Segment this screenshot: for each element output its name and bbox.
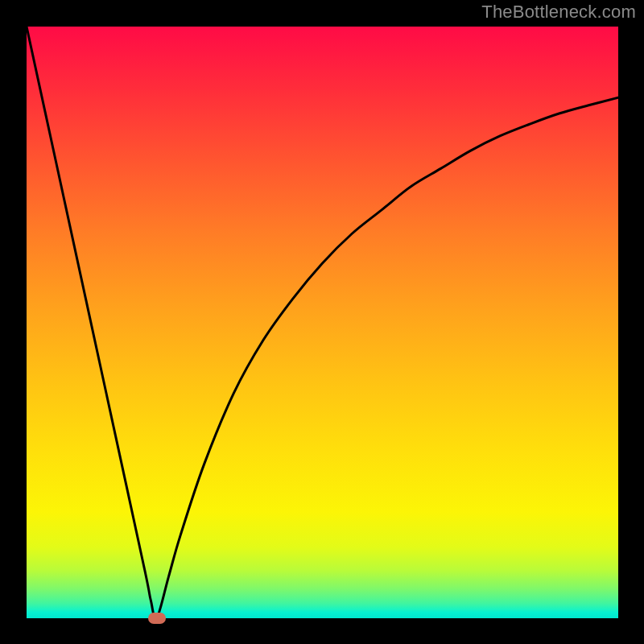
bottleneck-curve xyxy=(27,27,618,618)
chart-frame: TheBottleneck.com xyxy=(0,0,644,644)
chart-plot-area xyxy=(27,27,618,618)
watermark-text: TheBottleneck.com xyxy=(481,2,636,23)
optimum-marker xyxy=(148,613,166,624)
